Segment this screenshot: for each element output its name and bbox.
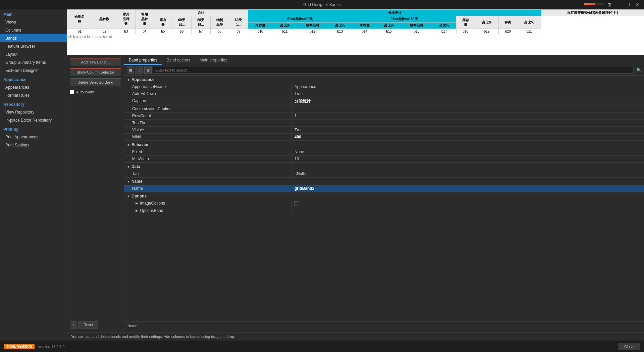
group-options[interactable]: ▼ Options bbox=[124, 192, 644, 200]
footer-left: TRIAL VERSION Version 18.2.7.0 bbox=[4, 344, 65, 349]
sidebar-item-print-appearances[interactable]: Print Appearances bbox=[0, 133, 67, 141]
prop-value-tooltip bbox=[292, 120, 644, 126]
add-new-band-button[interactable]: Add New Band ... bbox=[70, 58, 121, 66]
col-pct2: 占比% bbox=[328, 23, 352, 29]
group-behavior[interactable]: ▼ Behavior bbox=[124, 141, 644, 148]
sidebar-item-print-settings[interactable]: Print Settings bbox=[0, 141, 67, 149]
sidebar-item-appearances[interactable]: Appearances bbox=[0, 83, 67, 91]
footer: TRIAL VERSION Version 18.2.7.0 Close bbox=[0, 341, 644, 352]
sidebar-item-inplace-editor[interactable]: In-place Editor Repository bbox=[0, 116, 67, 124]
prop-row-imageoptions[interactable]: ► ImageOptions bbox=[124, 200, 644, 207]
cell-b1: b1 bbox=[67, 29, 92, 34]
sidebar-section-repository[interactable]: Repository bbox=[0, 99, 67, 108]
cell-b14: b14 bbox=[352, 29, 377, 34]
prop-name-appearance-header: AppearanceHeader bbox=[124, 83, 292, 90]
prop-row-tooltip[interactable]: ToolTip bbox=[124, 120, 644, 127]
group-name[interactable]: ▼ Name bbox=[124, 177, 644, 185]
prop-value-fixed: None bbox=[292, 148, 644, 155]
grid-preview: 仓库名称 品种数 常用品种数 常用品种量 合计 分段统计 库存果需携替物料(库龄… bbox=[67, 9, 644, 55]
info-bar: You can add and delete bands and modify … bbox=[67, 332, 644, 341]
prop-row-name[interactable]: Name gridBand2 bbox=[124, 185, 644, 192]
sidebar-section-appearance[interactable]: Appearance bbox=[0, 75, 67, 83]
close-button[interactable]: ✕ bbox=[633, 1, 641, 8]
prop-row-customization-caption[interactable]: CustomizationCaption bbox=[124, 105, 644, 113]
show-column-selector-button[interactable]: Show Column Selector bbox=[70, 68, 121, 76]
prop-row-autofilldown[interactable]: AutoFillDown True bbox=[124, 90, 644, 97]
col-pct1: 占比% bbox=[273, 23, 297, 29]
expand-all-button[interactable]: ⊞ bbox=[127, 67, 134, 74]
collapse-options-icon: ▼ bbox=[127, 194, 130, 198]
cell-b17: b17 bbox=[432, 29, 456, 34]
tab-band-options[interactable]: Band options bbox=[162, 56, 195, 65]
tab-main-properties[interactable]: Main properties bbox=[195, 56, 232, 65]
sidebar-item-view-repository[interactable]: View Repository bbox=[0, 108, 67, 116]
prop-row-minwidth[interactable]: MinWidth 10 bbox=[124, 156, 644, 163]
sort-button[interactable]: ↕ bbox=[136, 67, 143, 74]
cell-b4: b4 bbox=[135, 29, 154, 34]
col-replacement: 库存果需携替物料(库龄超过6个月) bbox=[541, 10, 644, 16]
properties-panel: ▼ Appearance AppearanceHeader Appearance… bbox=[124, 76, 644, 321]
progress-fill bbox=[584, 3, 595, 5]
sidebar-item-group-summary[interactable]: Group Summary Items bbox=[0, 58, 67, 67]
sidebar-section-printing[interactable]: Printing bbox=[0, 124, 67, 133]
sidebar-item-feature-browser[interactable]: Feature Browser bbox=[0, 42, 67, 50]
prop-name-rowcount: RowCount bbox=[124, 113, 292, 119]
col-mat2: 物料品种 bbox=[401, 23, 432, 29]
auto-width-checkbox[interactable] bbox=[70, 90, 74, 94]
cell-b19: b19 bbox=[475, 29, 499, 34]
sidebar-item-views[interactable]: Views bbox=[0, 18, 67, 26]
prop-row-optionsband[interactable]: ► OptionsBand bbox=[124, 207, 644, 214]
cell-b15: b15 bbox=[377, 29, 401, 34]
select-band-hint: click a band in order to select it... bbox=[67, 34, 644, 39]
sidebar-item-editform[interactable]: EditForm Designer bbox=[0, 67, 67, 75]
group-name-label: Name bbox=[131, 179, 143, 184]
right-panel: Band properties Band options Main proper… bbox=[124, 55, 644, 332]
sidebar-item-format-rules[interactable]: Format Rules bbox=[0, 91, 67, 99]
col-common-varieties: 常用品种数 bbox=[117, 10, 135, 29]
prop-name-minwidth: MinWidth bbox=[124, 156, 292, 162]
prop-row-caption[interactable]: Caption 分段统计 bbox=[124, 97, 644, 105]
progress-bar bbox=[584, 3, 604, 5]
reset-button[interactable]: Reset bbox=[78, 321, 98, 328]
cell-b12: b12 bbox=[297, 29, 328, 34]
prop-value-appearance-header: Appearance bbox=[292, 83, 644, 90]
sidebar-item-layout[interactable]: Layout bbox=[0, 50, 67, 58]
property-search-input[interactable] bbox=[153, 67, 634, 74]
prop-value-caption: 分段统计 bbox=[292, 97, 644, 105]
prop-row-visible[interactable]: Visible True bbox=[124, 127, 644, 134]
cell-b10: b10 bbox=[248, 29, 273, 34]
close-footer-button[interactable]: Close bbox=[618, 343, 640, 350]
collapse-data-icon: ▼ bbox=[127, 165, 130, 169]
cell-b3: b3 bbox=[117, 29, 135, 34]
prop-row-appearance-header[interactable]: AppearanceHeader Appearance bbox=[124, 83, 644, 90]
cell-b5: b5 bbox=[154, 29, 172, 34]
trial-badge: TRIAL VERSION bbox=[4, 344, 35, 349]
tab-band-properties[interactable]: Band properties bbox=[124, 56, 162, 65]
grid-icon[interactable]: ⊞ bbox=[605, 1, 613, 8]
group-data[interactable]: ▼ Data bbox=[124, 163, 644, 170]
prop-row-fixed[interactable]: Fixed None bbox=[124, 148, 644, 156]
sidebar-section-main[interactable]: Main bbox=[0, 9, 67, 18]
col-rep-type: 种类 bbox=[499, 16, 517, 29]
cell-b20: b20 bbox=[499, 29, 517, 34]
content-area: 仓库名称 品种数 常用品种数 常用品种量 合计 分段统计 库存果需携替物料(库龄… bbox=[67, 9, 644, 341]
group-data-label: Data bbox=[131, 164, 140, 169]
col-pct4: 占比% bbox=[432, 23, 456, 29]
prop-row-width[interactable]: Width 480 bbox=[124, 134, 644, 141]
preview-table: 仓库名称 品种数 常用品种数 常用品种量 合计 分段统计 库存果需携替物料(库龄… bbox=[67, 9, 644, 34]
cell-b9: b9 bbox=[229, 29, 248, 34]
sidebar-item-columns[interactable]: Columns bbox=[0, 26, 67, 34]
prop-value-visible: True bbox=[292, 127, 644, 133]
prop-name-width: Width bbox=[124, 134, 292, 140]
sidebar-item-bands[interactable]: Bands bbox=[0, 34, 67, 42]
restore-button[interactable]: ❐ bbox=[624, 1, 632, 8]
minimize-button[interactable]: ─ bbox=[615, 1, 622, 8]
delete-selected-band-button[interactable]: Delete Selected Band bbox=[70, 78, 121, 86]
col-rep-pct: 占比% bbox=[475, 16, 499, 29]
filter-button[interactable]: ⊟ bbox=[144, 67, 152, 74]
prop-row-tag[interactable]: Tag <Null> bbox=[124, 170, 644, 177]
group-appearance[interactable]: ▼ Appearance bbox=[124, 76, 644, 83]
x-button[interactable]: × bbox=[70, 321, 77, 328]
prop-row-rowcount[interactable]: RowCount 1 bbox=[124, 113, 644, 120]
prop-value-optionsband bbox=[292, 207, 644, 214]
